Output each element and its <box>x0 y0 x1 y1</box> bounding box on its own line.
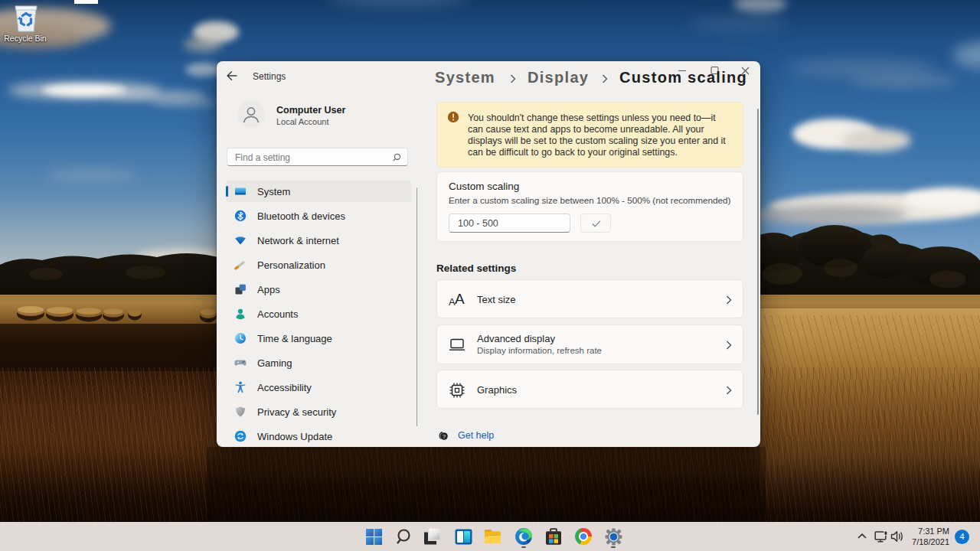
svg-text:?: ? <box>443 433 446 440</box>
